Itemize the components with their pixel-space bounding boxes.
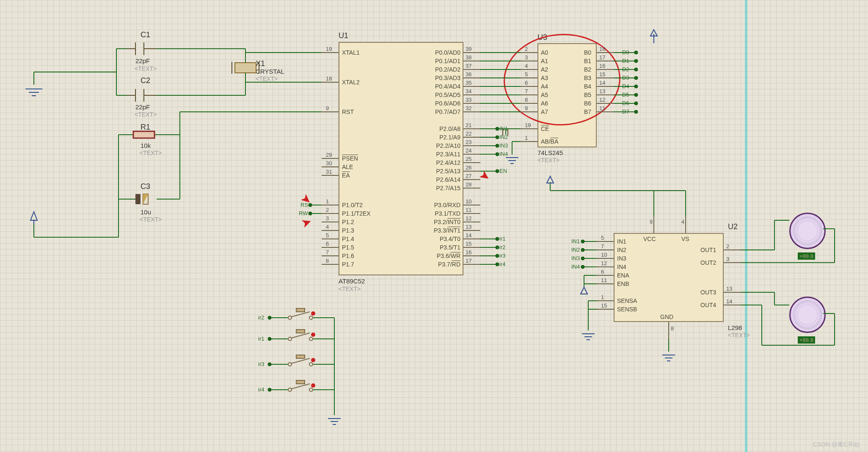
net-sw-ir1: ir1 <box>258 336 264 342</box>
net-RW: RW <box>299 210 308 216</box>
u1-pin-ALE: ALE <box>342 164 353 170</box>
u3-pin-r-B4: B4 <box>584 83 591 90</box>
u2-pin-num-l-7: 7 <box>601 243 604 250</box>
net-D4: D4 <box>622 83 629 89</box>
u2-pin-l-SENSB: SENSB <box>617 306 637 313</box>
u1-pin-num-r-16: 16 <box>466 249 471 255</box>
u2-pin-num-l-5: 5 <box>601 235 604 241</box>
u3-pin-num-r-12: 12 <box>599 97 605 103</box>
u2-pin-r-OUT2: OUT2 <box>700 259 716 266</box>
c3-placeholder: <TEXT> <box>140 216 162 223</box>
u1-pin-r-P0.2/AD2: P0.2/AD2 <box>427 66 460 73</box>
u2-pin-num-vcc: 9 <box>650 219 653 225</box>
u3-pin-num-l-7: 7 <box>525 88 528 94</box>
u1-pin-num-19: 19 <box>326 46 332 52</box>
u1-pin-r-P2.0/A8: P2.0/A8 <box>427 125 460 132</box>
u1-pin-r-P2.1/A9: P2.1/A9 <box>427 134 460 141</box>
u2-pin-num-l-10: 10 <box>601 252 607 258</box>
u1-pin-num-4: 4 <box>326 224 329 230</box>
u2-pin-l-IN2: IN2 <box>617 247 626 253</box>
u1-pin-num-r-34: 34 <box>466 88 471 94</box>
u1-pin-num-r-32: 32 <box>466 105 471 111</box>
c1-value: 22pF <box>135 57 150 64</box>
u1-pin-num-r-13: 13 <box>466 224 471 230</box>
u1-pin-num-r-33: 33 <box>466 97 471 103</box>
u1-pin-num-r-14: 14 <box>466 232 471 238</box>
u3-pin-num-l-2: 2 <box>525 46 528 52</box>
net-IN1: IN1 <box>499 125 508 132</box>
u1-pin-num-r-10: 10 <box>466 198 471 205</box>
u1-pin-num-8: 8 <box>326 258 329 264</box>
u1-pin-num-5: 5 <box>326 232 329 238</box>
net-IN3: IN3 <box>499 142 508 149</box>
u2-pin-num-l-6: 6 <box>601 269 604 275</box>
u1-pin-num-r-15: 15 <box>466 241 471 247</box>
u3-pin-num-l-19: 19 <box>525 122 531 128</box>
u1-pin-num-r-39: 39 <box>466 46 471 52</box>
u1-pin-PSEN: PSEN <box>342 155 358 162</box>
u1-pin-r-P3.7/RD: P3.7/RD <box>427 261 460 268</box>
net-D5: D5 <box>622 92 629 98</box>
r1-placeholder: <TEXT> <box>140 150 162 156</box>
u3-pin-l-AB/BA: AB/BA <box>541 138 558 145</box>
u1-ref: U1 <box>339 31 348 40</box>
motor-2[interactable] <box>789 297 826 333</box>
net-u2-IN1: IN1 <box>571 238 580 244</box>
u1-pin-num-3: 3 <box>326 215 329 222</box>
u3-pin-num-r-18: 18 <box>599 46 605 52</box>
u3-pin-num-r-15: 15 <box>599 71 605 78</box>
net-u2-IN4: IN4 <box>571 263 580 270</box>
u1-pin-r-P0.5/AD5: P0.5/AD5 <box>427 92 460 98</box>
u1-pin-num-6: 6 <box>326 241 329 247</box>
watermark: CSDN @重C开始 <box>813 441 860 449</box>
net-IN4: IN4 <box>499 151 508 157</box>
net-IN2: IN2 <box>499 134 508 140</box>
u1-pin-r-P3.3/INT1: P3.3/INT1 <box>427 227 460 234</box>
u3-pin-r-B7: B7 <box>584 108 591 115</box>
net-D0: D0 <box>622 49 629 55</box>
u2-pin-gnd: GND <box>660 313 673 320</box>
u3-pin-l-A3: A3 <box>541 75 548 81</box>
u3-pin-num-l-1: 1 <box>525 135 528 141</box>
u1-pin-P1.0/T2: P1.0/T2 <box>342 202 363 208</box>
u2-pin-l-SENSA: SENSA <box>617 297 637 304</box>
r1-ref: R1 <box>141 123 150 132</box>
u1-pin-num-7: 7 <box>326 249 329 255</box>
u1-pin-XTAL1: XTAL1 <box>342 49 360 56</box>
u2-pin-num-r-3: 3 <box>726 256 729 262</box>
u1-pin-P1.4: P1.4 <box>342 236 354 242</box>
motor-1[interactable] <box>789 213 826 249</box>
r1-value: 10k <box>141 142 151 149</box>
u2-value: L298 <box>728 324 742 331</box>
u2-pin-num-r-2: 2 <box>726 243 729 250</box>
u3-pin-l-A2: A2 <box>541 66 548 73</box>
u1-pin-EA: EA <box>342 172 350 179</box>
u1-pin-r-P3.2/INT0: P3.2/INT0 <box>427 219 460 225</box>
net-RS: RS <box>300 202 308 208</box>
u1-pin-num-r-25: 25 <box>466 156 471 162</box>
c3-ref: C3 <box>141 182 150 191</box>
c2-value: 22pF <box>135 103 150 111</box>
u3-pin-l-A4: A4 <box>541 83 548 90</box>
net-ir3: ir3 <box>499 252 505 259</box>
motor-2-label: +88.8 <box>798 336 815 344</box>
u3-pin-num-l-3: 3 <box>525 54 528 61</box>
u3-value: 74LS245 <box>537 149 563 156</box>
u3-pin-r-B5: B5 <box>584 92 591 98</box>
net-ir2: ir2 <box>499 244 505 250</box>
x1-ref: X1 <box>256 59 265 68</box>
u3-placeholder: <TEXT> <box>537 157 559 164</box>
c2-ref: C2 <box>141 76 150 85</box>
u1-pin-r-P3.5/T1: P3.5/T1 <box>427 244 460 251</box>
u2-pin-num-l-15: 15 <box>601 302 607 309</box>
u3-pin-l-A0: A0 <box>541 49 548 56</box>
net-D7: D7 <box>622 108 629 115</box>
u2-pin-l-ENA: ENA <box>617 272 629 279</box>
u1-pin-r-P3.1/TXD: P3.1/TXD <box>427 210 460 217</box>
u1-pin-num-r-21: 21 <box>466 122 471 128</box>
u3-pin-l-CE: CE <box>541 125 549 132</box>
net-u2-IN2: IN2 <box>571 247 580 253</box>
u1-pin-r-P0.7/AD7: P0.7/AD7 <box>427 108 460 115</box>
u1-pin-num-r-24: 24 <box>466 147 471 154</box>
c2-placeholder: <TEXT> <box>135 111 157 118</box>
